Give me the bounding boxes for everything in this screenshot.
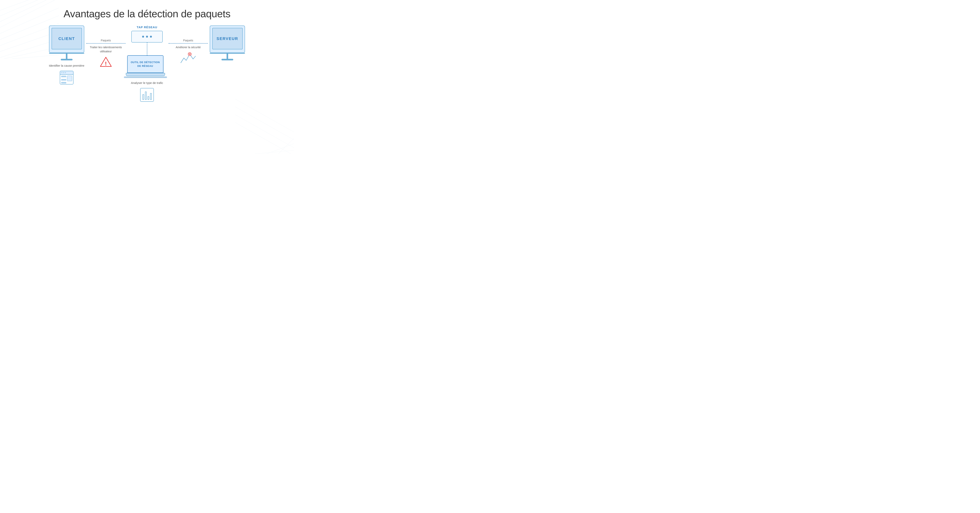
detection-label: OUTIL DE DÉTECTION DE RÉSEAU — [130, 61, 161, 68]
svg-line-13 — [235, 115, 294, 150]
server-label: SERVEUR — [216, 37, 238, 41]
tap-vertical-connector — [147, 43, 147, 55]
svg-line-12 — [235, 107, 294, 142]
bg-decoration-bottomright — [235, 95, 294, 154]
server-monitor: SERVEUR — [210, 25, 245, 53]
svg-line-14 — [235, 123, 294, 154]
packets-right-label: Paquets — [183, 39, 193, 42]
security-icon — [180, 52, 196, 65]
client-node: CLIENT Identifier la cause première — [47, 25, 86, 84]
svg-line-18 — [278, 134, 294, 154]
client-label: CLIENT — [59, 37, 75, 41]
analytics-icon — [140, 88, 154, 102]
svg-text:!: ! — [105, 61, 107, 67]
detection-tool: OUTIL DE DÉTECTION DE RÉSEAU — [127, 55, 167, 78]
client-caption: Identifier la cause première — [49, 64, 84, 68]
right-connector-area: Paquets Améliorer la sécurité — [169, 39, 208, 65]
traffic-caption: Analyser le type de trafic — [131, 81, 163, 85]
security-caption: Améliorer la sécurité — [176, 45, 201, 49]
svg-line-16 — [255, 150, 294, 154]
tap-node: TAP RÉSEAU OUTIL DE DÉTECTION DE RÉSEAU … — [126, 25, 169, 102]
tap-label: TAP RÉSEAU — [137, 25, 157, 29]
slowdown-caption: Traiter les ralentissements utilisateur — [86, 45, 126, 54]
client-monitor: CLIENT — [49, 25, 84, 53]
server-node: SERVEUR — [208, 25, 247, 61]
svg-line-11 — [235, 99, 294, 134]
page-title: Avantages de la détection de paquets — [0, 0, 294, 20]
packets-left-label: Paquets — [101, 39, 111, 42]
svg-line-17 — [267, 142, 294, 154]
browser-icon — [60, 71, 73, 84]
left-connector-area: Paquets Traiter les ralentissements util… — [86, 39, 126, 69]
warning-icon: ! — [100, 56, 112, 69]
tap-box — [131, 31, 163, 43]
